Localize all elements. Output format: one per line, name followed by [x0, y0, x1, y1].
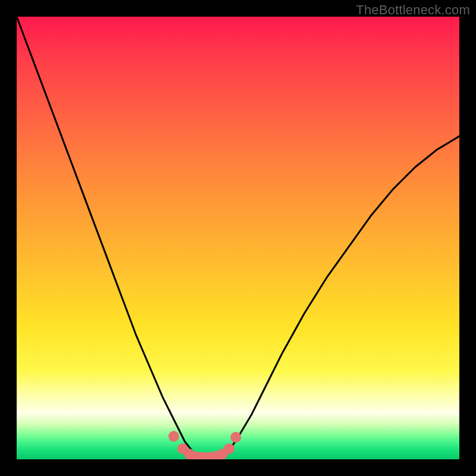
- bottleneck-curve: [17, 17, 459, 457]
- emphasis-dot: [230, 432, 241, 443]
- watermark-text: TheBottleneck.com: [356, 2, 470, 18]
- outer-frame: TheBottleneck.com: [0, 0, 476, 476]
- plot-area: [17, 17, 459, 459]
- emphasis-dot: [168, 431, 179, 441]
- emphasis-markers: [168, 431, 241, 459]
- emphasis-dot: [224, 443, 234, 454]
- chart-svg: [17, 17, 459, 459]
